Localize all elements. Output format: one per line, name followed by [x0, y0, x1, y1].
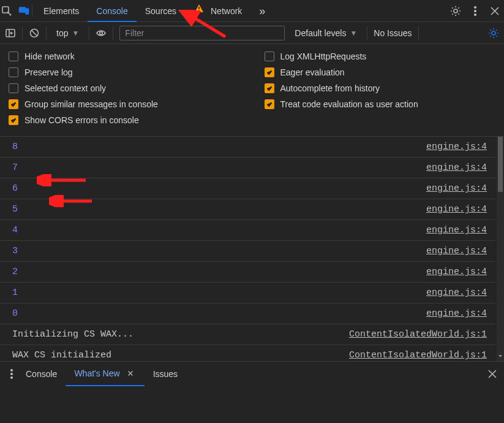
- log-source-link[interactable]: engine.js:4: [426, 288, 487, 298]
- drawer-tab-whatsnew[interactable]: What's New: [66, 362, 144, 386]
- svg-point-6: [475, 10, 476, 12]
- log-source-link[interactable]: engine.js:4: [426, 204, 487, 215]
- console-toolbar: top ▼ Default levels ▼ No Issues: [0, 22, 504, 44]
- log-message: 0: [12, 308, 18, 319]
- log-message: 6: [12, 183, 18, 194]
- scrollbar-thumb[interactable]: [498, 137, 503, 192]
- log-message: 3: [12, 246, 18, 256]
- svg-point-10: [100, 31, 103, 34]
- inspect-icon[interactable]: [1, 6, 12, 17]
- issues-link[interactable]: No Issues: [374, 28, 412, 38]
- close-devtools-icon[interactable]: [489, 6, 500, 17]
- drawer-tabstrip: Console What's New Issues: [0, 361, 504, 386]
- chk-autocomplete[interactable]: Autocomplete from history: [265, 83, 496, 93]
- log-message: 2: [12, 267, 18, 277]
- log-row: 3engine.js:4: [0, 241, 495, 262]
- kebab-menu-icon[interactable]: [470, 6, 481, 17]
- log-message: Initializing CS WAX...: [12, 329, 134, 340]
- console-settings-gear-icon[interactable]: [488, 28, 499, 39]
- log-message: 4: [12, 225, 18, 235]
- warning-icon: [194, 3, 205, 14]
- log-message: 5: [12, 204, 18, 215]
- svg-rect-2: [26, 9, 29, 14]
- scroll-down-icon[interactable]: [497, 352, 504, 360]
- chevron-down-icon: ▼: [350, 29, 357, 37]
- context-dropdown[interactable]: top ▼: [53, 28, 83, 38]
- tabs-overflow[interactable]: »: [250, 0, 274, 22]
- svg-point-13: [11, 373, 13, 375]
- log-message: 7: [12, 162, 18, 173]
- svg-point-12: [11, 369, 13, 371]
- log-source-link[interactable]: engine.js:4: [426, 246, 487, 256]
- tab-network[interactable]: Network: [185, 0, 250, 22]
- svg-point-11: [492, 31, 495, 35]
- device-toggle-icon[interactable]: [18, 6, 29, 17]
- log-source-link[interactable]: engine.js:4: [426, 308, 487, 319]
- log-row: 0engine.js:4: [0, 303, 495, 324]
- log-message: 1: [12, 288, 18, 298]
- log-source-link[interactable]: ContentIsolatedWorld.js:1: [349, 350, 487, 360]
- tab-sources[interactable]: Sources: [137, 0, 185, 22]
- svg-point-5: [475, 6, 476, 8]
- svg-point-14: [11, 376, 13, 378]
- log-row: WAX CS initializedContentIsolatedWorld.j…: [0, 345, 495, 361]
- log-row: 2engine.js:4: [0, 262, 495, 283]
- chk-group-similar[interactable]: Group similar messages in console: [9, 99, 240, 109]
- svg-point-7: [475, 13, 476, 15]
- tab-elements[interactable]: Elements: [35, 0, 88, 22]
- console-log-area: 8engine.js:47engine.js:46engine.js:45eng…: [0, 137, 504, 361]
- clear-console-icon[interactable]: [29, 28, 40, 39]
- log-source-link[interactable]: engine.js:4: [426, 267, 487, 277]
- svg-point-4: [454, 9, 457, 13]
- log-row: 8engine.js:4: [0, 137, 495, 158]
- log-source-link[interactable]: engine.js:4: [426, 142, 487, 152]
- log-row: 1engine.js:4: [0, 283, 495, 303]
- svg-rect-1: [20, 7, 26, 12]
- log-source-link[interactable]: ContentIsolatedWorld.js:1: [349, 329, 487, 340]
- drawer-tab-issues[interactable]: Issues: [145, 362, 186, 386]
- log-row: 5engine.js:4: [0, 199, 495, 220]
- chevron-down-icon: ▼: [72, 29, 79, 37]
- chk-treat-eval[interactable]: Treat code evaluation as user action: [265, 99, 496, 109]
- chk-hide-network[interactable]: Hide network: [9, 51, 240, 61]
- chk-eager-eval[interactable]: Eager evaluation: [265, 67, 496, 77]
- chk-preserve-log[interactable]: Preserve log: [9, 67, 240, 77]
- filter-input[interactable]: [119, 26, 285, 40]
- log-row: 7engine.js:4: [0, 158, 495, 178]
- devtools-tabstrip: Elements Console Sources Network »: [0, 0, 504, 22]
- tab-console[interactable]: Console: [88, 0, 136, 22]
- log-source-link[interactable]: engine.js:4: [426, 225, 487, 235]
- settings-gear-icon[interactable]: [450, 6, 461, 17]
- chk-selected-context[interactable]: Selected context only: [9, 83, 240, 93]
- sidebar-toggle-icon[interactable]: [5, 28, 16, 39]
- log-message: WAX CS initialized: [12, 350, 111, 360]
- log-message: 8: [12, 142, 18, 152]
- log-row: 4engine.js:4: [0, 220, 495, 241]
- close-tab-icon[interactable]: [125, 368, 136, 379]
- scrollbar[interactable]: [497, 137, 504, 361]
- kebab-menu-icon[interactable]: [6, 368, 17, 379]
- console-settings-panel: Hide network Log XMLHttpRequests Preserv…: [0, 44, 504, 137]
- chk-log-xhr[interactable]: Log XMLHttpRequests: [265, 51, 496, 61]
- live-expression-icon[interactable]: [96, 28, 107, 39]
- log-levels-dropdown[interactable]: Default levels ▼: [291, 28, 361, 38]
- log-source-link[interactable]: engine.js:4: [426, 183, 487, 194]
- drawer-tab-console[interactable]: Console: [17, 362, 66, 386]
- svg-point-3: [198, 10, 200, 11]
- log-source-link[interactable]: engine.js:4: [426, 162, 487, 173]
- chk-show-cors[interactable]: Show CORS errors in console: [9, 115, 240, 125]
- log-row: Initializing CS WAX...ContentIsolatedWor…: [0, 324, 495, 345]
- log-row: 6engine.js:4: [0, 178, 495, 199]
- close-drawer-icon[interactable]: [487, 368, 498, 379]
